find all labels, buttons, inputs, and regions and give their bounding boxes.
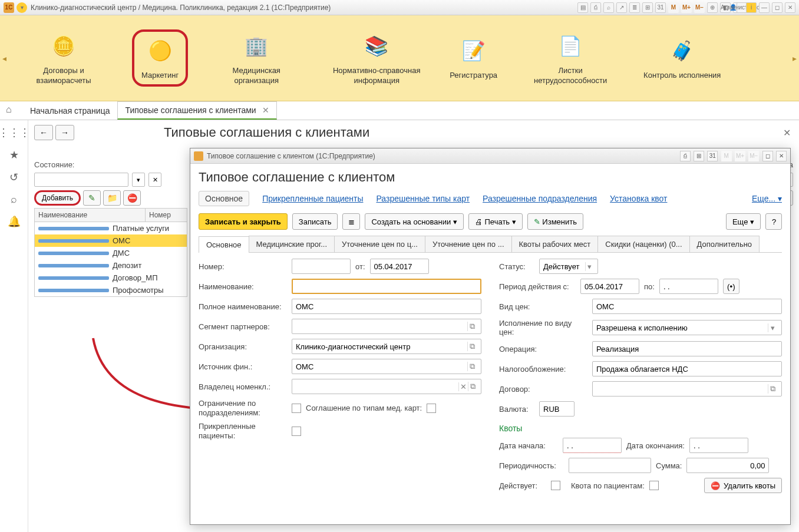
price-input[interactable] xyxy=(592,299,782,314)
section-control[interactable]: 🧳 Контроль исполнения xyxy=(639,32,725,84)
user-label[interactable]: 👤 Администратор xyxy=(733,2,744,13)
state-input[interactable] xyxy=(34,173,128,187)
list-item[interactable]: Договор_МП xyxy=(35,272,187,284)
panel-close-icon[interactable]: ✕ xyxy=(783,127,791,138)
print-button[interactable]: 🖨 Печать ▾ xyxy=(468,213,523,230)
picker-icon[interactable]: ⧉ xyxy=(467,362,477,371)
start-date-input[interactable] xyxy=(563,438,622,453)
dlg-calc-icon[interactable]: ⊞ xyxy=(694,151,704,161)
bell-icon[interactable]: 🔔 xyxy=(8,215,21,228)
tab-workquotas[interactable]: Квоты рабочих мест xyxy=(511,236,599,252)
link-more[interactable]: Еще... ▾ xyxy=(752,194,782,203)
attached-checkbox[interactable] xyxy=(292,427,301,436)
search-sidebar-icon[interactable]: ⌕ xyxy=(11,193,17,206)
delete-button[interactable]: ⛔ xyxy=(123,190,141,206)
toolbar-list-icon[interactable]: ≣ xyxy=(342,213,360,230)
dlg-maximize-icon[interactable]: ◻ xyxy=(762,151,773,161)
period-to-input[interactable] xyxy=(659,279,718,294)
tab-main[interactable]: Основное xyxy=(199,236,249,253)
home-icon[interactable]: ⌂ xyxy=(6,104,19,117)
list-item[interactable]: Платные услуги xyxy=(35,222,187,234)
period-picker-button[interactable]: (•) xyxy=(723,279,739,294)
fin-input[interactable]: ⧉ xyxy=(292,359,481,374)
currency-input[interactable] xyxy=(539,401,575,417)
link-patients[interactable]: Прикрепленные пациенты xyxy=(262,194,363,203)
calendar-icon[interactable]: 31 xyxy=(655,2,666,13)
dlg-mplus-icon[interactable]: M+ xyxy=(735,151,745,161)
tab-price1[interactable]: Уточнение цен по ц... xyxy=(334,236,425,252)
edit-button[interactable]: ✎ Изменить xyxy=(527,213,583,230)
state-clear-button[interactable]: ✕ xyxy=(148,173,161,187)
fullname-input[interactable] xyxy=(292,299,481,314)
sections-scroll-right[interactable]: ▸ xyxy=(793,54,797,63)
list-item[interactable]: Профосмотры xyxy=(35,284,187,296)
sum-input[interactable] xyxy=(686,458,769,473)
dlg-mminus-icon[interactable]: M− xyxy=(748,151,759,161)
contract-input[interactable]: ⧉ xyxy=(592,381,782,396)
dlg-calendar-icon[interactable]: 31 xyxy=(707,151,718,161)
tax-input[interactable] xyxy=(592,361,782,376)
col-name[interactable]: Наименование xyxy=(35,209,146,222)
restrict-checkbox[interactable] xyxy=(292,404,301,413)
periodicity-input[interactable] xyxy=(569,458,651,473)
tab-extra[interactable]: Дополнительно xyxy=(689,236,760,252)
quota-pat-checkbox[interactable] xyxy=(649,481,659,490)
print-icon[interactable]: ⎙ xyxy=(590,2,601,13)
add-window-icon[interactable]: ⊕ xyxy=(707,2,718,13)
link-quotas[interactable]: Установка квот xyxy=(610,194,667,203)
link-icon[interactable]: ↗ xyxy=(616,2,627,13)
acts-checkbox[interactable] xyxy=(551,481,560,490)
list-item[interactable]: Депозит xyxy=(35,259,187,272)
number-input[interactable] xyxy=(292,259,351,274)
picker-icon[interactable]: ⧉ xyxy=(468,382,477,391)
segment-input[interactable]: ⧉ xyxy=(292,319,481,334)
col-number[interactable]: Номер xyxy=(146,209,187,222)
link-main[interactable]: Основное xyxy=(199,191,249,206)
m-icon[interactable]: M xyxy=(668,2,679,13)
help-button[interactable]: ? xyxy=(765,213,782,230)
list-item[interactable]: ОМС xyxy=(35,234,187,247)
agree-types-checkbox[interactable] xyxy=(427,404,436,413)
folder-button[interactable]: 📁 xyxy=(103,190,121,206)
name-input[interactable] xyxy=(292,279,481,294)
apps-icon[interactable]: ⋮⋮⋮ xyxy=(0,126,30,139)
close-icon[interactable]: ✕ xyxy=(785,2,795,13)
mplus-icon[interactable]: M+ xyxy=(681,2,692,13)
period-from-input[interactable] xyxy=(580,279,639,294)
oper-input[interactable] xyxy=(592,341,782,356)
tab-home[interactable]: Начальная страница xyxy=(22,102,117,120)
minimize-icon[interactable]: — xyxy=(759,2,770,13)
maximize-icon[interactable]: ◻ xyxy=(772,2,783,13)
search-icon[interactable]: ⌕ xyxy=(603,2,614,13)
favorite-icon[interactable]: ★ xyxy=(9,148,19,161)
compare-icon[interactable]: ≣ xyxy=(629,2,640,13)
nav-forward-button[interactable]: → xyxy=(55,125,74,140)
picker-icon[interactable]: ⧉ xyxy=(467,322,477,331)
dropdown-icon[interactable]: ▾ xyxy=(768,323,778,332)
section-registry[interactable]: 📝 Регистратура xyxy=(445,32,502,84)
from-date-input[interactable] xyxy=(370,259,429,274)
tab-agreements[interactable]: Типовые соглашения с клиентами ✕ xyxy=(117,101,276,120)
status-select[interactable]: ▾ xyxy=(539,259,598,274)
dlg-print-icon[interactable]: ⎙ xyxy=(680,151,691,161)
link-cards[interactable]: Разрешенные типы карт xyxy=(376,194,470,203)
more-button[interactable]: Еще ▾ xyxy=(726,213,761,230)
exec-select[interactable]: ▾ xyxy=(592,320,782,335)
tab-medprog[interactable]: Медицинские прог... xyxy=(249,236,335,252)
calculator-icon[interactable]: ⊞ xyxy=(642,2,653,13)
add-button[interactable]: Добавить xyxy=(34,190,81,206)
history-icon[interactable]: ↺ xyxy=(9,171,18,184)
save-button[interactable]: Записать xyxy=(292,213,338,230)
delete-quotas-button[interactable]: ⛔Удалить квоты xyxy=(704,478,782,493)
tab-close-icon[interactable]: ✕ xyxy=(262,105,269,115)
clear-icon[interactable]: ✕ xyxy=(458,382,468,391)
section-contracts[interactable]: 🪙 Договоры и взаиморасчеты xyxy=(12,27,115,90)
info-icon[interactable]: i xyxy=(746,2,757,13)
section-marketing[interactable]: 🟡 Маркетинг xyxy=(132,29,188,87)
list-item[interactable]: ДМС xyxy=(35,247,187,259)
print-preview-icon[interactable]: ▤ xyxy=(577,2,588,13)
nav-back-button[interactable]: ← xyxy=(34,125,53,140)
link-divisions[interactable]: Разрешенные подразделения xyxy=(483,194,597,203)
picker-icon[interactable]: ⧉ xyxy=(768,384,778,394)
section-medorg[interactable]: 🏢 Медицинская организация xyxy=(204,27,308,90)
